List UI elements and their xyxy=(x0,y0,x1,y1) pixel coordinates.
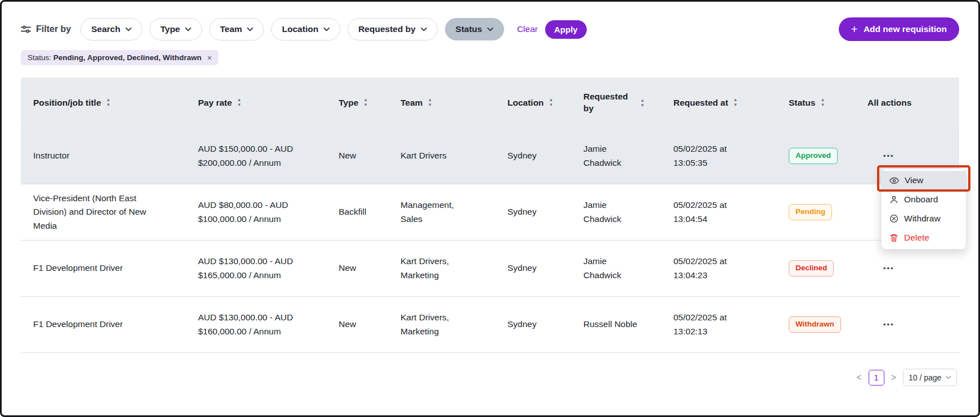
cell-requested-by: Jamie Chadwick xyxy=(583,142,673,169)
status-badge: Withdrawn xyxy=(789,316,841,333)
row-actions-button[interactable]: ••• xyxy=(883,264,894,273)
column-header-requested-at[interactable]: Requested at ▲▼ xyxy=(673,97,789,109)
apply-filters-button[interactable]: Apply xyxy=(545,20,587,39)
filter-toolbar: Filter by Search Type Team Location Requ… xyxy=(21,17,959,41)
row-actions-button[interactable]: ••• xyxy=(883,320,894,329)
column-label: Requested at xyxy=(673,97,728,109)
filter-button-status[interactable]: Status xyxy=(445,18,504,40)
column-header-all-actions: All actions xyxy=(867,97,959,109)
cell-team: Management, Sales xyxy=(401,198,507,225)
page-size-value: 10 / page xyxy=(909,373,941,382)
add-button-label: Add new requisition xyxy=(864,24,947,34)
filter-by-label: Filter by xyxy=(21,24,71,34)
filter-button-search[interactable]: Search xyxy=(80,18,142,40)
chevron-down-icon xyxy=(946,376,951,379)
menu-item-withdraw[interactable]: Withdraw xyxy=(882,209,966,228)
cell-team: Kart Drivers xyxy=(401,149,507,162)
column-label: All actions xyxy=(867,97,911,109)
cell-requested-by: Jamie Chadwick xyxy=(583,255,673,282)
column-header-position[interactable]: Position/job title ▲▼ xyxy=(21,97,198,109)
cell-location: Sydney xyxy=(507,205,583,219)
menu-item-onboard[interactable]: Onboard xyxy=(882,190,966,209)
cell-status: Pending xyxy=(789,204,867,220)
sort-icon: ▲▼ xyxy=(733,98,738,107)
cell-position: Instructor xyxy=(21,149,198,162)
status-badge: Declined xyxy=(789,260,834,277)
cell-location: Sydney xyxy=(507,149,583,162)
filter-button-location[interactable]: Location xyxy=(271,18,340,40)
cell-location: Sydney xyxy=(507,318,583,331)
column-label: Location xyxy=(507,97,544,109)
sort-icon: ▲▼ xyxy=(640,98,645,108)
cell-type: Backfill xyxy=(339,205,401,219)
column-header-pay-rate[interactable]: Pay rate ▲▼ xyxy=(198,97,339,109)
chip-value: Pending, Approved, Declined, Withdrawn xyxy=(53,53,201,62)
menu-item-delete[interactable]: Delete xyxy=(882,228,966,247)
filter-sliders-icon xyxy=(21,25,31,34)
sort-icon: ▲▼ xyxy=(237,98,241,107)
filter-button-label: Location xyxy=(282,24,318,34)
sort-icon: ▲▼ xyxy=(106,98,111,107)
requisitions-page: Filter by Search Type Team Location Requ… xyxy=(0,0,980,417)
cell-actions: ••• xyxy=(867,318,959,331)
cell-type: New xyxy=(339,318,401,331)
cell-actions: ••• xyxy=(867,149,959,162)
chevron-down-icon xyxy=(125,28,132,31)
row-actions-button[interactable]: ••• xyxy=(883,152,894,160)
chevron-down-icon xyxy=(323,28,330,31)
cell-type: New xyxy=(339,149,401,162)
sort-icon: ▲▼ xyxy=(549,98,554,107)
column-header-requested-by[interactable]: Requested by ▲▼ xyxy=(583,91,673,115)
pagination: < 1 > 10 / page xyxy=(21,369,959,386)
cell-requested-at: 05/02/2025 at 13:05:35 xyxy=(673,142,789,169)
cell-status: Declined xyxy=(789,260,867,277)
cell-position: F1 Development Driver xyxy=(21,261,198,275)
column-label: Team xyxy=(401,97,422,109)
table-row[interactable]: Instructor AUD $150,000.00 - AUD $200,00… xyxy=(21,128,959,184)
menu-item-view[interactable]: View xyxy=(882,171,966,190)
column-header-location[interactable]: Location ▲▼ xyxy=(507,97,583,109)
column-label: Pay rate xyxy=(198,97,232,109)
plus-icon: + xyxy=(851,23,858,35)
cell-actions: ••• xyxy=(867,261,959,275)
sort-icon: ▲▼ xyxy=(820,98,825,107)
close-icon[interactable]: × xyxy=(207,54,212,62)
column-header-team[interactable]: Team ▲▼ xyxy=(401,97,507,109)
filter-button-type[interactable]: Type xyxy=(150,18,202,40)
clear-filters-link[interactable]: Clear xyxy=(517,24,538,34)
eye-icon xyxy=(889,176,899,185)
previous-page-button[interactable]: < xyxy=(856,373,861,383)
column-header-type[interactable]: Type ▲▼ xyxy=(339,97,401,109)
chevron-down-icon xyxy=(185,28,191,31)
trash-icon xyxy=(889,233,898,242)
add-new-requisition-button[interactable]: + Add new requisition xyxy=(839,17,959,41)
cell-requested-by: Jamie Chadwick xyxy=(583,198,673,225)
column-header-status[interactable]: Status ▲▼ xyxy=(789,97,867,109)
cell-status: Approved xyxy=(789,148,867,164)
circle-x-icon xyxy=(889,214,898,223)
table-row[interactable]: Vice-President (North East Division) and… xyxy=(21,184,959,241)
requisitions-table: Position/job title ▲▼ Pay rate ▲▼ Type ▲… xyxy=(21,78,959,353)
table-row[interactable]: F1 Development Driver AUD $130,000.00 - … xyxy=(21,241,959,297)
table-row[interactable]: F1 Development Driver AUD $130,000.00 - … xyxy=(21,297,959,353)
cell-requested-at: 05/02/2025 at 13:02:13 xyxy=(673,311,789,338)
chevron-down-icon xyxy=(247,28,253,31)
page-size-select[interactable]: 10 / page xyxy=(903,369,957,386)
cell-pay-rate: AUD $130,000.00 - AUD $160,000.00 / Annu… xyxy=(198,311,339,338)
current-page-button[interactable]: 1 xyxy=(869,370,884,386)
column-label: Type xyxy=(339,97,358,109)
cell-team: Kart Drivers, Marketing xyxy=(401,311,507,338)
person-icon xyxy=(889,195,898,204)
filter-button-label: Team xyxy=(220,24,242,34)
menu-item-label: Delete xyxy=(904,233,929,243)
chip-label: Status: xyxy=(28,53,51,62)
column-label: Requested by xyxy=(583,91,635,115)
filter-button-team[interactable]: Team xyxy=(209,18,264,40)
chevron-down-icon xyxy=(421,28,427,31)
filter-button-requested-by[interactable]: Requested by xyxy=(348,18,438,40)
next-page-button[interactable]: > xyxy=(891,373,896,383)
menu-item-label: View xyxy=(905,175,923,185)
sort-icon: ▲▼ xyxy=(428,98,432,107)
cell-requested-at: 05/02/2025 at 13:04:23 xyxy=(673,255,789,282)
chip-text: Status: Pending, Approved, Declined, Wit… xyxy=(28,53,201,62)
